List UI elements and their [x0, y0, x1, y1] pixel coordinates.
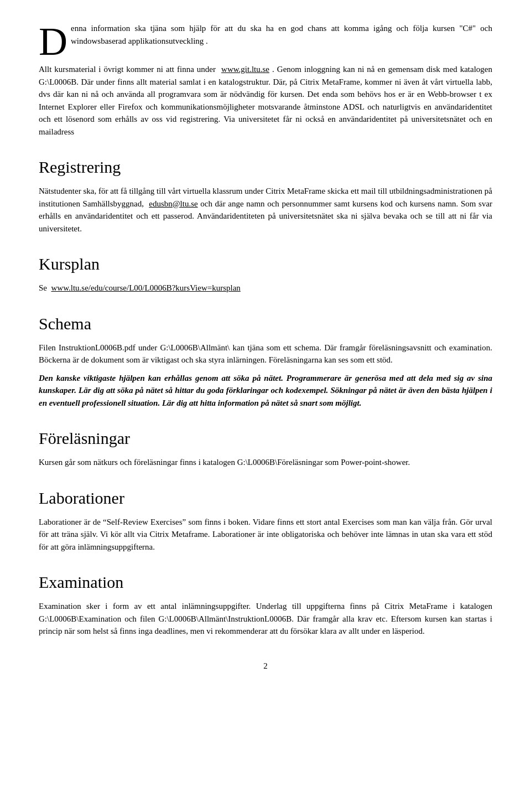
forelasningar-paragraph: Kursen går som nätkurs och föreläsningar… — [39, 456, 492, 469]
schema-bold-italic-text: Den kanske viktigaste hjälpen kan erhåll… — [39, 374, 492, 407]
schema-paragraph-bold: Den kanske viktigaste hjälpen kan erhåll… — [39, 372, 492, 410]
schema-heading: Schema — [39, 311, 492, 336]
page-number: 2 — [263, 661, 268, 670]
intro-paragraph-2: Allt kursmaterial i övrigt kommer ni att… — [39, 63, 492, 138]
kursplan-heading: Kursplan — [39, 251, 492, 276]
laborationer-heading: Laborationer — [39, 485, 492, 510]
registrering-paragraph: Nätstudenter ska, för att få tillgång ti… — [39, 185, 492, 235]
edusbn-link[interactable]: edusbn@ltu.se — [149, 199, 197, 208]
git-ltu-link[interactable]: www.git.ltu.se — [221, 65, 269, 74]
examination-paragraph: Examination sker i form av ett antal inl… — [39, 600, 492, 638]
page-number-container: 2 — [39, 660, 492, 673]
laborationer-paragraph: Laborationer är de “Self-Review Exercise… — [39, 516, 492, 554]
forelasningar-heading: Föreläsningar — [39, 426, 492, 451]
page-container: D enna information ska tjäna som hjälp f… — [0, 0, 531, 812]
intro-section: D enna information ska tjäna som hjälp f… — [39, 22, 492, 56]
drop-cap-letter: D — [39, 22, 71, 56]
registrering-heading: Registrering — [39, 154, 492, 179]
intro-text-1: enna information ska tjäna som hjälp för… — [71, 24, 492, 45]
intro-text-2b: . Genom inloggning kan ni nå en gemensam… — [39, 65, 492, 136]
examination-heading: Examination — [39, 570, 492, 594]
kursplan-paragraph: Se www.ltu.se/edu/course/L00/L0006B?kurs… — [39, 282, 492, 294]
schema-paragraph-1: Filen InstruktionL0006B.pdf under G:\L00… — [39, 342, 492, 366]
kursplan-link[interactable]: www.ltu.se/edu/course/L00/L0006B?kursVie… — [51, 283, 241, 292]
kursplan-text: Se — [39, 283, 49, 292]
intro-text-2a: Allt kursmaterial i övrigt kommer ni att… — [39, 65, 218, 74]
